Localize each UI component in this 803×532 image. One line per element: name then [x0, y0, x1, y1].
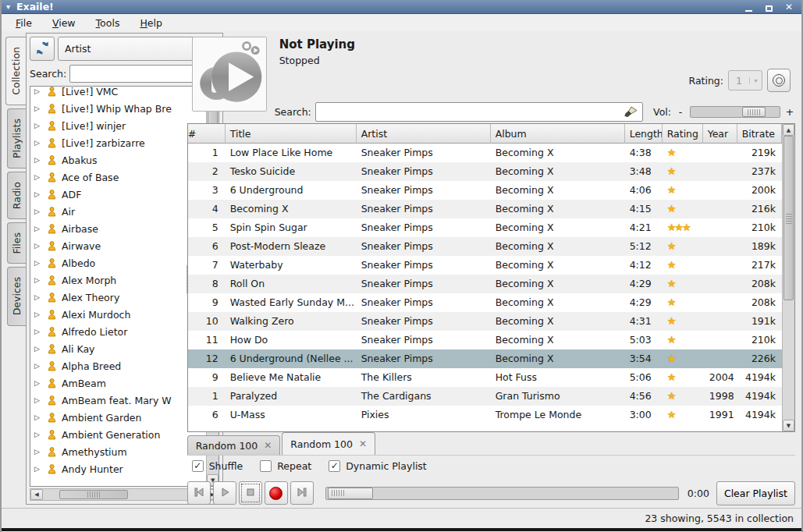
menu-view[interactable]: View [44, 16, 83, 30]
expander-icon[interactable]: ▷ [34, 276, 42, 284]
clear-playlist-button[interactable]: Clear Playlist [716, 481, 795, 505]
track-row[interactable]: 36 UndergroundSneaker PimpsBecoming X4:0… [188, 181, 782, 200]
artist-row[interactable]: ▷Andy Hunter [30, 460, 206, 477]
expander-icon[interactable]: ▷ [34, 465, 42, 473]
artist-row[interactable]: ▷Airbase [30, 220, 206, 237]
expander-icon[interactable]: ▷ [34, 259, 42, 267]
sidebar-tab-collection[interactable]: Collection [5, 37, 26, 105]
refresh-collection-button[interactable] [30, 37, 55, 61]
scroll-left-icon[interactable]: ◀ [30, 489, 43, 500]
seek-slider[interactable] [325, 487, 679, 500]
sidebar-tab-playlists[interactable]: Playlists [7, 108, 26, 168]
track-row[interactable]: 9Believe Me NatalieThe KillersHot Fuss5:… [188, 368, 782, 387]
expander-icon[interactable]: ▷ [34, 310, 42, 318]
stop-button[interactable] [239, 481, 262, 505]
expander-icon[interactable]: ▷ [34, 156, 42, 164]
play-button[interactable] [213, 481, 236, 505]
expander-icon[interactable]: ▷ [34, 362, 42, 370]
column-header-title[interactable]: Title [226, 124, 357, 144]
artist-row[interactable]: ▷Amethystium [30, 443, 206, 460]
expander-icon[interactable]: ▷ [34, 122, 42, 129]
artist-row[interactable]: ▷Ace of Base [30, 168, 206, 186]
track-row[interactable]: 4Becoming XSneaker PimpsBecoming X4:15★2… [188, 200, 782, 218]
expander-icon[interactable]: ▷ [34, 431, 42, 438]
track-row[interactable]: 6Post-Modern SleazeSneaker PimpsBecoming… [188, 237, 782, 256]
expander-icon[interactable]: ▷ [34, 207, 42, 215]
track-row[interactable]: 9Wasted Early Sunday M...Sneaker PimpsBe… [188, 293, 782, 312]
column-header-album[interactable]: Album [491, 124, 625, 144]
titlebar[interactable]: ▾ Exaile! ✕ [2, 0, 801, 14]
track-row[interactable]: 2Tesko SuicideSneaker PimpsBecoming X3:4… [188, 162, 782, 181]
column-header-year[interactable]: Year [703, 124, 737, 144]
dynamic-playlist-checkbox[interactable]: ✓Dynamic Playlist [329, 460, 427, 472]
volume-slider[interactable] [690, 106, 780, 118]
next-track-button[interactable] [290, 481, 314, 505]
artist-row[interactable]: ▷Airwave [30, 237, 206, 254]
menu-tools[interactable]: Tools [88, 16, 128, 30]
track-row[interactable]: 1Low Place Like HomeSneaker PimpsBecomin… [188, 144, 782, 162]
sidebar-tab-radio[interactable]: Radio [7, 172, 26, 219]
volume-up-button[interactable]: + [784, 106, 795, 118]
expander-icon[interactable]: ▷ [34, 379, 42, 387]
expander-icon[interactable]: ▷ [34, 105, 42, 112]
artist-row[interactable]: ▷Alexi Murdoch [30, 306, 206, 323]
expander-icon[interactable]: ▷ [34, 139, 42, 147]
scrollbar-track[interactable] [783, 136, 794, 420]
scrollbar-track[interactable] [43, 489, 206, 500]
column-header-length[interactable]: Length [625, 124, 663, 144]
expander-icon[interactable]: ▷ [34, 293, 42, 301]
rate-button[interactable] [767, 69, 791, 92]
artist-row[interactable]: ▷Air [30, 203, 206, 220]
record-button[interactable] [265, 481, 288, 505]
artist-row[interactable]: ▷[Live!] winjer [30, 117, 206, 134]
column-header-rating[interactable]: Rating [663, 124, 703, 144]
expander-icon[interactable]: ▷ [34, 413, 42, 421]
expander-icon[interactable]: ▷ [34, 396, 42, 404]
artist-row[interactable]: ▷Alfredo Lietor [30, 323, 206, 340]
track-row[interactable]: 1ParalyzedThe CardigansGran Turismo4:56★… [188, 387, 782, 406]
artist-row[interactable]: ▷Alpha Breed [30, 357, 206, 374]
artist-row[interactable]: ▷Albedo [30, 254, 206, 271]
artist-row[interactable]: ▷Abakus [30, 151, 206, 168]
column-header-[interactable]: # [188, 124, 226, 144]
expander-icon[interactable]: ▷ [34, 448, 42, 456]
expander-icon[interactable]: ▷ [34, 190, 42, 198]
expander-icon[interactable]: ▷ [34, 345, 42, 353]
column-header-artist[interactable]: Artist [357, 124, 491, 144]
clear-search-icon[interactable] [622, 105, 639, 119]
track-row[interactable]: 7WaterbabySneaker PimpsBecoming X4:12★21… [188, 256, 782, 275]
rating-dropdown[interactable]: 1 ▾ [728, 70, 762, 90]
expander-icon[interactable]: ▷ [34, 87, 42, 95]
artist-row[interactable]: ▷Ali Kay [30, 340, 206, 357]
artist-row[interactable]: ▷AmBeam [30, 374, 206, 392]
artist-row[interactable]: ▷Alex Theory [30, 289, 206, 306]
playlist-search-input[interactable] [315, 102, 643, 122]
tab-close-icon[interactable]: ✕ [359, 438, 367, 449]
sidebar-tab-files[interactable]: Files [7, 222, 26, 264]
scrollbar-thumb[interactable] [783, 136, 794, 300]
artist-row[interactable]: ▷[Live!] VMC [30, 86, 206, 100]
tree-horizontal-scrollbar[interactable]: ◀ ▶ [30, 488, 219, 501]
maximize-button[interactable] [764, 2, 773, 12]
window-menu-icon[interactable]: ▾ [6, 2, 10, 11]
scroll-up-icon[interactable]: ▲ [783, 124, 794, 136]
track-row[interactable]: 11How DoSneaker PimpsBecoming X5:03★210k [188, 331, 782, 349]
artist-row[interactable]: ▷AmBeam feat. Mary W [30, 392, 206, 409]
playlist-tab[interactable]: Random 100✕ [282, 432, 375, 455]
seek-slider-thumb[interactable] [328, 488, 373, 499]
volume-down-button[interactable]: - [675, 106, 686, 118]
playlist-tab[interactable]: Random 100✕ [187, 435, 281, 455]
minimize-button[interactable] [744, 2, 753, 12]
sidebar-tab-devices[interactable]: Devices [7, 267, 26, 325]
track-row[interactable]: 5Spin Spin SugarSneaker PimpsBecoming X4… [188, 218, 782, 237]
artist-row[interactable]: ▷Ambient Garden [30, 409, 206, 426]
artist-row[interactable]: ▷[Live!] zarbizarre [30, 134, 206, 151]
menu-file[interactable]: File [8, 16, 40, 30]
tracklist-scrollbar[interactable]: ▲ ▼ [782, 124, 794, 431]
scrollbar-thumb[interactable] [59, 490, 128, 499]
expander-icon[interactable]: ▷ [34, 225, 42, 232]
artist-row[interactable]: ▷Alex Morph [30, 271, 206, 289]
expander-icon[interactable]: ▷ [34, 328, 42, 335]
expander-icon[interactable]: ▷ [34, 242, 42, 250]
close-button[interactable]: ✕ [784, 2, 794, 12]
